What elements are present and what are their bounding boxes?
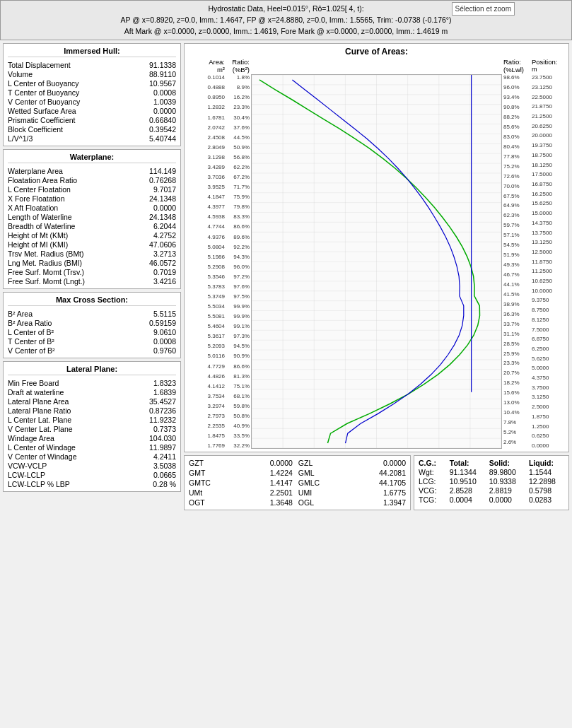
- gzt-cell: 0.0000: [352, 459, 406, 467]
- table-row: Total Displacement 91.1338: [8, 60, 176, 69]
- table-row: Volume 88.9110: [8, 69, 176, 78]
- list-item: 44.5%: [226, 134, 250, 141]
- gzt-box: GZT0.0000GZL0.0000GMT1.4224GML44.2081GMT…: [184, 455, 411, 510]
- list-item: 80.4%: [503, 143, 530, 150]
- list-item: 0.6250: [532, 433, 566, 439]
- row-label: VCW-VCLP: [8, 462, 47, 470]
- list-item: 2.5000: [532, 404, 566, 410]
- row-label: Lateral Plane Area: [8, 397, 69, 406]
- gzt-cell: 1.3947: [352, 498, 406, 507]
- row-value: 9.7017: [134, 185, 176, 194]
- left-panel: Immersed Hull: Total Displacement 91.133…: [3, 43, 181, 510]
- list-item: 4.7744: [187, 223, 225, 230]
- row-label: L Center of Windage: [8, 443, 76, 452]
- immersed-hull-title: Immersed Hull:: [8, 47, 176, 57]
- list-item: 32.2%: [226, 442, 250, 449]
- list-item: 8.9%: [226, 84, 250, 90]
- list-item: 89.6%: [226, 234, 250, 240]
- gzt-cell: 1.3648: [243, 498, 293, 507]
- list-item: 8.1250: [532, 317, 566, 323]
- ratio2-header: Ratio: (%Lwl): [502, 58, 530, 74]
- table-row: L Center of B² 9.0610: [8, 327, 176, 336]
- list-item: 25.9%: [503, 351, 530, 357]
- table-row: Draft at waterline 1.6839: [8, 387, 176, 397]
- row-value: 0.7373: [134, 425, 176, 433]
- list-item: 13.0%: [503, 399, 530, 406]
- row-label: V Center of Windage: [8, 452, 76, 461]
- list-item: 8.7500: [532, 307, 566, 313]
- row-value: 1.6839: [134, 388, 176, 397]
- row-value: 4.2411: [134, 452, 176, 461]
- list-item: 20.6250: [532, 123, 566, 129]
- list-item: 11.8750: [532, 259, 566, 265]
- gzt-cell: GML: [298, 469, 346, 477]
- list-item: 5.5081: [187, 313, 225, 319]
- list-item: 4.1847: [187, 194, 225, 200]
- table-row: X Aft Floatation 0.0000: [8, 203, 176, 212]
- table-row: L Center Floatation 9.7017: [8, 184, 176, 194]
- list-item: 4.4826: [187, 373, 225, 380]
- curve-of-areas: Curve of Areas: Area: m² Ratio: (%B²) Ra…: [184, 43, 569, 452]
- gzt-cell: OGL: [298, 498, 346, 507]
- row-value: 35.4527: [134, 397, 176, 406]
- row-value: 3.4216: [134, 277, 176, 286]
- row-value: 0.0008: [134, 88, 176, 97]
- list-item: 64.9%: [503, 202, 530, 209]
- row-label: Lng Met. Radius (BMI): [8, 259, 82, 267]
- list-item: 1.2500: [532, 423, 566, 430]
- row-value: 0.0000: [134, 107, 176, 115]
- table-row: LCW-LCLP % LBP 0.28 %: [8, 479, 176, 488]
- table-row: L Center of Buoyancy 10.9567: [8, 78, 176, 88]
- list-item: 20.0000: [532, 132, 566, 139]
- row-label: V Center Lat. Plane: [8, 425, 73, 433]
- list-item: 72.6%: [503, 173, 530, 180]
- list-item: 22.5000: [532, 94, 566, 100]
- list-item: 15.6250: [532, 200, 566, 206]
- row-value: 0.87236: [134, 406, 176, 415]
- list-item: 90.8%: [503, 104, 530, 110]
- list-item: 2.2535: [187, 423, 225, 429]
- row-value: 104.030: [134, 434, 176, 442]
- table-row: Block Coefficient 0.39542: [8, 124, 176, 134]
- list-item: 90.9%: [226, 353, 250, 359]
- header-line2: AP @ x=0.8920, z=0.0, Imm.: 1.4647, FP @…: [5, 15, 567, 26]
- gzt-cell: UMI: [298, 488, 346, 497]
- row-label: Height of Mt (KMt): [8, 231, 68, 240]
- row-label: Floatation Area Ratio: [8, 176, 77, 184]
- list-item: 1.8750: [532, 413, 566, 420]
- list-item: 17.5000: [532, 171, 566, 177]
- list-item: 3.1298: [187, 154, 225, 160]
- list-item: 3.4289: [187, 164, 225, 170]
- list-item: 19.3750: [532, 142, 566, 148]
- list-item: 5.2093: [187, 343, 225, 349]
- cg-cell: 0.0283: [529, 495, 564, 504]
- list-item: 5.3546: [187, 274, 225, 280]
- row-label: X Aft Floatation: [8, 204, 58, 212]
- row-label: Free Surf. Momt (Trsv.): [8, 268, 84, 276]
- gzt-grid: GZT0.0000GZL0.0000GMT1.4224GML44.2081GMT…: [189, 459, 406, 507]
- list-item: 70.0%: [503, 183, 530, 189]
- gzt-cell: UMt: [189, 488, 238, 497]
- list-item: 23.1250: [532, 84, 566, 90]
- center-ratio-labels: 1.8%8.9%16.2%23.3%30.4%37.6%44.5%50.9%56…: [226, 74, 251, 449]
- list-item: 6.2500: [532, 346, 566, 352]
- list-item: 54.5%: [503, 242, 530, 248]
- row-value: 0.76268: [134, 176, 176, 184]
- list-item: 33.5%: [226, 433, 250, 439]
- table-row: Free Surf. Momt (Lngt.) 3.4216: [8, 276, 176, 286]
- row-value: 0.28 %: [134, 480, 176, 488]
- area-header: Area: m²: [187, 58, 226, 74]
- list-item: 2.6%: [503, 439, 530, 445]
- cg-cell: 1.1544: [529, 468, 564, 476]
- list-item: 41.5%: [503, 291, 530, 298]
- list-item: 10.4%: [503, 409, 530, 416]
- table-row: Lng Met. Radius (BMI) 46.0572: [8, 258, 176, 267]
- list-item: 13.7500: [532, 230, 566, 236]
- right-pos-labels: 23.750023.125022.500021.875021.250020.62…: [530, 74, 566, 449]
- row-label: LCW-LCLP: [8, 471, 45, 479]
- cg-cell: 2.8528: [450, 486, 485, 495]
- cg-cell: 0.5798: [529, 486, 564, 495]
- cg-cell: 2.8819: [489, 486, 525, 495]
- row-label: Volume: [8, 70, 33, 78]
- chart-area-wrap: 0.10140.48880.89501.28321.67812.07422.45…: [187, 74, 566, 449]
